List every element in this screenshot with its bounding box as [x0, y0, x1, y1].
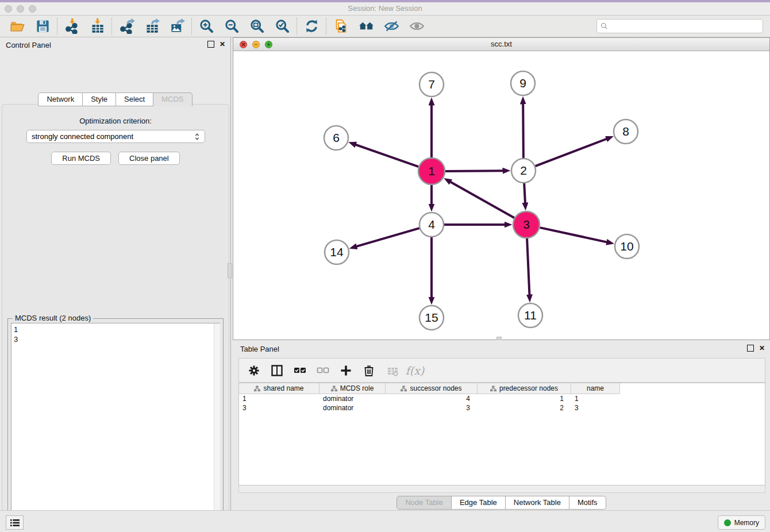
table-cell[interactable]: dominator [319, 403, 386, 413]
refresh-layout-icon[interactable] [299, 17, 324, 36]
application-window: Session: New Session Control Panel ✕ Net… [0, 0, 770, 532]
svg-text:14: 14 [330, 245, 344, 259]
zoom-in-icon[interactable] [194, 17, 219, 36]
graph-node-1[interactable]: 1 [418, 158, 445, 184]
svg-text:10: 10 [620, 240, 633, 253]
task-history-button[interactable] [6, 515, 24, 530]
graph-node-11[interactable]: 11 [518, 303, 542, 327]
float-panel-icon[interactable] [207, 41, 214, 48]
close-panel-button[interactable]: Close panel [118, 152, 180, 165]
export-table-icon[interactable] [139, 17, 164, 36]
table-cell[interactable]: 3 [571, 403, 620, 413]
gear-icon[interactable] [244, 361, 264, 380]
export-image-icon[interactable] [164, 17, 190, 36]
select-all-rows-icon[interactable] [290, 361, 310, 380]
graph-node-8[interactable]: 8 [614, 119, 638, 144]
export-network-icon[interactable] [114, 17, 139, 36]
split-view-icon[interactable] [267, 361, 287, 380]
import-network-icon[interactable] [59, 17, 84, 36]
graph-node-2[interactable]: 2 [511, 159, 536, 183]
tab-edge-table[interactable]: Edge Table [452, 496, 506, 510]
titlebar: Session: New Session [0, 2, 770, 16]
mcds-result-scrollbar[interactable] [214, 323, 220, 531]
graph-node-10[interactable]: 10 [615, 234, 639, 259]
hierarchy-icon [254, 385, 260, 392]
close-table-panel-icon[interactable]: ✕ [759, 345, 765, 352]
tab-motifs[interactable]: Motifs [569, 496, 606, 510]
mcds-result-title: MCDS result (2 nodes) [13, 314, 93, 322]
hierarchy-icon [401, 385, 407, 392]
tab-node-table[interactable]: Node Table [396, 496, 452, 510]
toolbar-separator [297, 18, 297, 35]
graph-node-4[interactable]: 4 [419, 213, 444, 237]
open-file-icon[interactable] [5, 17, 30, 36]
duplicate-network-icon[interactable] [328, 17, 353, 36]
memory-button[interactable]: Memory [718, 515, 765, 530]
graph-node-9[interactable]: 9 [511, 71, 535, 95]
table-toolbar: f(x) [238, 358, 765, 383]
graph-edge-2-9[interactable] [523, 103, 523, 158]
table-cell[interactable]: 4 [386, 394, 478, 403]
column-header-predecessor-nodes[interactable]: predecessor nodes [478, 383, 571, 394]
svg-text:4: 4 [428, 218, 435, 231]
table-cell[interactable]: 1 [239, 394, 319, 403]
first-neighbors-icon[interactable] [353, 17, 379, 36]
network-canvas[interactable]: 7968124314101511 [233, 51, 769, 340]
table-cell[interactable]: 1 [478, 394, 571, 403]
float-table-panel-icon[interactable] [747, 345, 754, 352]
network-window-titlebar[interactable]: ✕ − + scc.txt [233, 38, 769, 51]
mcds-result-text[interactable]: 13 [11, 323, 220, 532]
graph-edge-2-8[interactable] [536, 139, 607, 167]
table-row[interactable]: 3dominator323 [239, 403, 765, 413]
canvas-splitter-handle[interactable] [496, 337, 502, 340]
graph-edge-1-2[interactable] [445, 171, 503, 171]
graph-node-15[interactable]: 15 [419, 306, 444, 330]
zoom-out-icon[interactable] [219, 17, 244, 36]
hide-selected-icon[interactable] [379, 17, 404, 36]
column-header-name[interactable]: name [571, 383, 620, 394]
delete-column-icon[interactable] [359, 361, 379, 380]
add-column-icon[interactable] [336, 361, 356, 380]
graph-node-3[interactable]: 3 [513, 211, 540, 238]
table-cell[interactable]: 1 [571, 394, 620, 403]
graph-edge-4-14[interactable] [356, 228, 419, 246]
network-view-window: ✕ − + scc.txt 7968124314101511 [233, 37, 770, 340]
table-cell[interactable]: 3 [239, 403, 319, 413]
zoom-fit-icon[interactable] [244, 17, 270, 36]
import-table-icon[interactable] [84, 17, 110, 36]
panel-splitter-handle[interactable] [228, 263, 232, 278]
hierarchy-icon [490, 385, 496, 392]
graph-edge-3-1[interactable] [450, 182, 514, 218]
graph-edge-3-10[interactable] [540, 228, 607, 242]
graph-node-7[interactable]: 7 [419, 72, 444, 97]
search-box[interactable] [596, 19, 763, 33]
tab-style[interactable]: Style [83, 92, 116, 106]
zoom-selected-icon[interactable] [270, 17, 295, 36]
column-header-MCDS-role[interactable]: MCDS role [319, 383, 386, 394]
graph-node-6[interactable]: 6 [324, 126, 348, 150]
column-header-shared-name[interactable]: shared name [239, 383, 319, 394]
tab-network-table[interactable]: Network Table [506, 496, 569, 510]
graph-edge-2-3[interactable] [524, 183, 525, 203]
table-cell[interactable]: dominator [319, 394, 386, 403]
criterion-dropdown[interactable]: strongly connected component [26, 130, 205, 143]
column-header-successor-nodes[interactable]: successor nodes [386, 383, 478, 394]
tab-network[interactable]: Network [38, 92, 83, 106]
close-panel-icon[interactable]: ✕ [219, 41, 226, 48]
table-row[interactable]: 1dominator411 [239, 394, 765, 403]
svg-text:2: 2 [520, 164, 527, 177]
search-input[interactable] [608, 21, 763, 32]
tab-mcds[interactable]: MCDS [153, 92, 192, 106]
graph-edge-3-11[interactable] [527, 238, 529, 295]
show-all-icon[interactable] [404, 17, 429, 36]
save-session-icon[interactable] [30, 17, 55, 36]
memory-status-icon [724, 519, 731, 526]
tab-select[interactable]: Select [116, 92, 153, 106]
run-mcds-button[interactable]: Run MCDS [51, 152, 111, 165]
table-cell[interactable]: 3 [386, 403, 478, 413]
table-horizontal-scrollbar[interactable] [238, 485, 765, 493]
table-cell[interactable]: 2 [478, 403, 571, 413]
deselect-all-rows-icon[interactable] [313, 361, 333, 380]
graph-node-14[interactable]: 14 [325, 240, 349, 264]
graph-edge-1-6[interactable] [355, 145, 418, 167]
